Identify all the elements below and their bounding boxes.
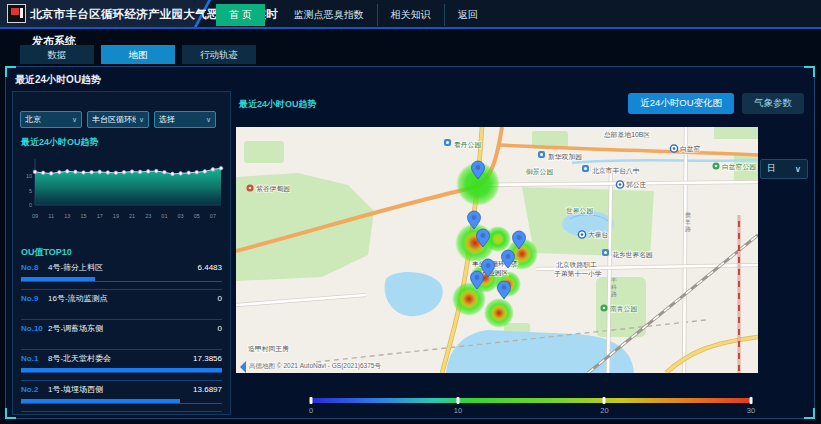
rank-value: 0 bbox=[218, 294, 222, 303]
corner-decor bbox=[804, 408, 815, 419]
time-range-value: 日 bbox=[767, 163, 776, 175]
ranking-row[interactable]: No.916号-流动监测点0 bbox=[21, 290, 222, 320]
svg-text:05: 05 bbox=[194, 213, 200, 219]
filter-selects: 北京∨丰台区循环经济产∨选择∨ bbox=[20, 111, 216, 128]
chevron-down-icon: ∨ bbox=[139, 116, 144, 124]
svg-text:17: 17 bbox=[97, 213, 103, 219]
svg-text:北京铁路职工: 北京铁路职工 bbox=[556, 261, 597, 269]
filter-select-value: 北京 bbox=[25, 114, 41, 125]
chevron-down-icon: ∨ bbox=[795, 164, 801, 174]
svg-text:御景公园: 御景公园 bbox=[526, 168, 553, 176]
rank-station-name: 1号-填埋场西侧 bbox=[48, 384, 193, 395]
svg-text:11: 11 bbox=[48, 213, 54, 219]
chevron-down-icon: ∨ bbox=[72, 116, 77, 124]
rank-station-name: 2号-调蓄场东侧 bbox=[48, 323, 218, 334]
svg-text:子弟第十一小学: 子弟第十一小学 bbox=[554, 270, 602, 278]
rank-station-name: 16号-流动监测点 bbox=[48, 293, 218, 304]
heatmap-legend: 0102030 bbox=[311, 398, 751, 416]
rank-bar bbox=[21, 368, 222, 373]
trend-chart-title: 最近24小时OU趋势 bbox=[21, 136, 99, 149]
svg-text:新华双加园: 新华双加园 bbox=[548, 153, 582, 161]
svg-text:01: 01 bbox=[161, 213, 167, 219]
map-button-0[interactable]: 近24小时OU变化图 bbox=[628, 93, 734, 114]
svg-text:南青公园: 南青公园 bbox=[610, 305, 637, 313]
svg-text:大葆台: 大葆台 bbox=[588, 231, 609, 239]
app-logo bbox=[7, 4, 26, 23]
legend-tick-label: 0 bbox=[309, 406, 313, 415]
rank-number: No.8 bbox=[21, 263, 48, 272]
rank-value: 13.6897 bbox=[193, 385, 222, 394]
map-button-1[interactable]: 气象参数 bbox=[742, 93, 804, 114]
filter-select-value: 丰台区循环经济产 bbox=[92, 114, 136, 125]
legend-marker bbox=[603, 397, 606, 404]
svg-text:5: 5 bbox=[29, 188, 32, 194]
rank-bar bbox=[21, 399, 222, 404]
corner-decor bbox=[804, 66, 815, 77]
rank-bar bbox=[21, 277, 222, 282]
publish-tabs: 数据地图行动轨迹 bbox=[20, 45, 256, 64]
filter-select-2[interactable]: 选择∨ bbox=[154, 111, 216, 128]
main-nav: 首 页监测点恶臭指数相关知识返回 bbox=[216, 4, 491, 25]
legend-tick-label: 20 bbox=[600, 406, 608, 415]
rank-station-name: 4号-筛分上料区 bbox=[48, 262, 198, 273]
svg-text:15: 15 bbox=[80, 213, 86, 219]
rank-number: No.10 bbox=[21, 324, 48, 333]
rank-station-name: 8号-北天堂村委会 bbox=[48, 353, 193, 364]
svg-text:19: 19 bbox=[113, 213, 119, 219]
svg-text:北京市丰台八中: 北京市丰台八中 bbox=[592, 167, 640, 175]
svg-text:丰科路: 丰科路 bbox=[611, 277, 617, 298]
rank-value: 0 bbox=[218, 324, 222, 333]
legend-tick-label: 10 bbox=[454, 406, 462, 415]
time-range-select[interactable]: 日 ∨ bbox=[760, 159, 808, 179]
svg-text:樊羊路: 樊羊路 bbox=[684, 212, 691, 233]
nav-item-1[interactable]: 监测点恶臭指数 bbox=[281, 4, 377, 26]
top-bar: 北京市丰台区循环经济产业园大气恶臭状况实时 首 页监测点恶臭指数相关知识返回 bbox=[0, 0, 821, 29]
map-subtitle: 最近24小时OU趋势 bbox=[239, 98, 317, 111]
ranking-row[interactable]: No.84号-筛分上料区6.4483 bbox=[21, 259, 222, 290]
rank-number: No.2 bbox=[21, 385, 48, 394]
sidebar: 北京∨丰台区循环经济产∨选择∨ 最近24小时OU趋势 0510091113151… bbox=[12, 91, 231, 415]
filter-select-value: 选择 bbox=[159, 114, 175, 125]
legend-marker bbox=[456, 397, 459, 404]
screen: 北京市丰台区循环经济产业园大气恶臭状况实时 首 页监测点恶臭指数相关知识返回 发… bbox=[0, 0, 821, 424]
svg-text:总部基地10B区: 总部基地10B区 bbox=[603, 131, 650, 139]
svg-text:郭公庄: 郭公庄 bbox=[626, 181, 647, 189]
rank-number: No.9 bbox=[21, 294, 48, 303]
publish-tab-1[interactable]: 地图 bbox=[101, 45, 175, 64]
map-canvas[interactable]: 看丹公园总部基地10B区新华双加园御景公园北京市丰台八中世界公园紫谷伊甸园大葆台… bbox=[236, 127, 758, 373]
ranking-row[interactable]: No.102号-调蓄场东侧0 bbox=[21, 320, 222, 350]
nav-item-0[interactable]: 首 页 bbox=[216, 4, 265, 26]
svg-text:0: 0 bbox=[29, 202, 32, 208]
rank-value: 17.3856 bbox=[193, 354, 222, 363]
nav-item-2[interactable]: 相关知识 bbox=[377, 4, 444, 26]
map-buttons: 近24小时OU变化图气象参数 bbox=[628, 93, 804, 114]
svg-text:09: 09 bbox=[32, 213, 38, 219]
map-attribution: 高德地图 © 2021 AutoNavi - GS(2021)6375号 bbox=[249, 362, 381, 370]
svg-text:看丹公园: 看丹公园 bbox=[454, 141, 481, 149]
filter-select-0[interactable]: 北京∨ bbox=[20, 111, 82, 128]
ranking-row[interactable]: No.18号-北天堂村委会17.3856 bbox=[21, 350, 222, 381]
legend-marker bbox=[310, 397, 313, 404]
svg-text:13: 13 bbox=[64, 213, 70, 219]
svg-text:07: 07 bbox=[210, 213, 216, 219]
heatmap-legend-gradient bbox=[311, 398, 751, 403]
nav-item-3[interactable]: 返回 bbox=[444, 4, 491, 26]
svg-text:21: 21 bbox=[129, 213, 135, 219]
main-panel: 最近24小时OU趋势 北京∨丰台区循环经济产∨选择∨ 最近24小时OU趋势 05… bbox=[5, 66, 815, 419]
svg-text:03: 03 bbox=[178, 213, 184, 219]
svg-text:世界公园: 世界公园 bbox=[566, 207, 593, 215]
ou-trend-chart: 0510091113151719212301030507 bbox=[15, 149, 227, 223]
svg-text:23: 23 bbox=[145, 213, 151, 219]
publish-tab-0[interactable]: 数据 bbox=[20, 45, 94, 64]
publish-tab-2[interactable]: 行动轨迹 bbox=[182, 45, 256, 64]
ranking-title: OU值TOP10 bbox=[21, 246, 72, 259]
filter-select-1[interactable]: 丰台区循环经济产∨ bbox=[87, 111, 149, 128]
rank-value: 6.4483 bbox=[198, 263, 222, 272]
chevron-down-icon: ∨ bbox=[206, 116, 211, 124]
rank-number: No.1 bbox=[21, 354, 48, 363]
svg-text:10: 10 bbox=[26, 173, 32, 179]
ranking-row[interactable]: No.21号-填埋场西侧13.6897 bbox=[21, 381, 222, 412]
svg-text:白盆窑: 白盆窑 bbox=[680, 145, 701, 153]
legend-marker bbox=[750, 397, 753, 404]
ranking-list: No.84号-筛分上料区6.4483No.916号-流动监测点0No.102号-… bbox=[21, 259, 222, 412]
